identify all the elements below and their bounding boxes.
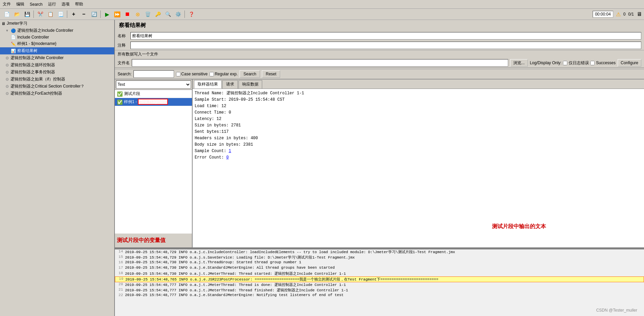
copy-button[interactable]: 📋 [46,10,55,19]
paste-button[interactable]: 📃 [56,10,65,19]
menu-help[interactable]: 帮助 [74,1,84,8]
tree-include-controller[interactable]: 📄 Include Controller [0,34,114,40]
menu-run[interactable]: 运行 [47,1,57,8]
comment-input[interactable] [130,42,641,49]
configure-button[interactable]: Configure [618,59,641,67]
stop-button[interactable]: ⏹ [123,10,132,19]
open-button[interactable]: 📂 [12,10,22,19]
section-label: 所有数据写入一个文件 [115,50,644,58]
cut-button[interactable]: ✂️ [35,10,45,19]
log-only-label: 仅日志错误 [569,60,589,66]
new-button[interactable]: 📄 [2,10,11,19]
remote-button[interactable]: ⚙️ [173,10,183,19]
tree-critical-controller[interactable]: ⚙ 逻辑控制器之Critical Section Controller？ [0,83,114,90]
panel-title: 察看结果树 [115,20,644,31]
regular-exp-label: Regular exp. [209,72,238,76]
detail-line-6: Sent bytes:117 [195,129,642,135]
remove-button[interactable]: − [79,10,89,19]
log-text-7: 2019-09-25 15:54:48,777 INFO o.a.j.t.JMe… [125,288,643,293]
sample-item-0[interactable]: ✅ 测试片段 [115,90,192,98]
browse-button[interactable]: 浏览... [510,59,528,67]
file-input[interactable] [132,59,508,67]
detail-link-10[interactable]: 0 [226,155,229,160]
log-text-2: 2019-09-25 15:54:48,730 INFO o.a.j.t.Thr… [125,260,643,264]
critical-label: 逻辑控制器之Critical Section Controller？ [10,83,84,89]
add-button[interactable]: + [69,10,78,19]
tab-request[interactable]: 请求 [222,80,238,89]
log-only-checkbox[interactable] [563,61,567,65]
tree-foreach-controller[interactable]: ⚙ 逻辑控制器之ForEach控制器 [0,90,114,97]
search-button[interactable]: Search [240,70,260,78]
sep3 [100,10,101,18]
tree-root-label: Jmeter学习 [7,21,27,26]
tree-sampler[interactable]: ✏️ 样例1 - ${modename} [0,40,114,47]
name-label: 名称 [118,33,128,39]
tree-root-icon: 🖥 [1,21,5,26]
log-line-6: 202019-09-25 15:54:48,777 INFO o.a.j.t.J… [115,282,644,288]
tree-include-controller-group[interactable]: ▼ 🔵 逻辑控制器之Include Controller [0,27,114,34]
detail-line-9: Sample Count: 1 [195,148,642,154]
shutdown-button[interactable]: ⊗ [133,10,142,19]
status-check-0: ✅ [117,91,123,97]
reset-button[interactable]: Reset [262,70,280,78]
tree-if-controller[interactable]: ⚙ 逻辑控制器之如果（if）控制器 [0,76,114,83]
search-button[interactable]: 🔍 [163,10,173,19]
menubar: 文件 编辑 Search 运行 选项 帮助 [0,0,644,9]
tab-response-data[interactable]: 响应数据 [239,80,262,89]
foreach-label: 逻辑控制器之ForEach控制器 [10,91,62,96]
tree-loop-controller[interactable]: ⚙ 逻辑控制器之循环控制器 [0,62,114,69]
tab-sampler-result[interactable]: 取样器结果 [194,80,222,89]
detail-link-9[interactable]: 1 [229,149,231,153]
sep2 [67,10,67,18]
menu-edit[interactable]: 编辑 [15,1,26,8]
tree-while-controller[interactable]: ⚙ 逻辑控制器之While Controller [0,54,114,62]
thread-count: 0/1 [628,12,634,17]
log-line-7: 212019-09-25 15:54:48,777 INFO o.a.j.t.J… [115,288,644,293]
detail-line-7: Headers size in bytes: 400 [195,135,642,141]
right-panel: 察看结果树 名称 注释 所有数据写入一个文件 文件名 浏览... Log/Dis… [115,20,644,316]
test-fragment-highlight: Test Fragment [138,99,168,105]
tree-result-tree[interactable]: 📊 察看结果树 [0,47,114,54]
detail-line-2: Load time: 12 [195,103,642,109]
tree-tx-controller[interactable]: ⚙ 逻辑控制器之事务控制器 [0,69,114,76]
name-input[interactable] [130,32,641,40]
successes-checkbox[interactable] [590,61,595,65]
sep4 [184,10,185,18]
regular-exp-checkbox[interactable] [209,72,214,76]
tree-include-controller-label: 逻辑控制器之Include Controller [17,28,73,33]
start-no-pause-button[interactable]: ⏩ [113,10,122,19]
sample-tree: ✅ 测试片段 ✅ 样例1 - Test Fragment [115,90,192,234]
log-text-6: 2019-09-25 15:54:48,777 INFO o.a.j.t.JMe… [125,282,643,287]
include-controller-label: Include Controller [17,35,49,40]
clear-all-button[interactable]: 🗑️ [143,10,152,19]
sampler-label: 样例1 - ${modename} [17,41,56,47]
type-select[interactable]: Text RegExp Tester CSS/JQuery Tester JSO… [116,80,191,89]
result-tree-icon: 📊 [11,49,16,53]
loop-icon: ⚙ [5,63,9,68]
watermark: CSDN @Tester_muller [596,308,637,313]
log-num-6: 20 [116,282,123,286]
sample-item-1[interactable]: ✅ 样例1 - Test Fragment [115,98,192,106]
tree-include-controller-icon: 🔵 [11,28,16,33]
search-input[interactable] [133,70,174,78]
function-helper-button[interactable]: 🔑 [153,10,163,19]
help-button[interactable]: ❓ [187,10,196,19]
case-sensitive-checkbox[interactable] [176,72,180,76]
while-icon: ⚙ [5,56,9,60]
critical-icon: ⚙ [5,84,9,89]
file-label: 文件名 [118,60,130,66]
menu-options[interactable]: 选项 [60,1,71,8]
search-row: Search: Case sensitive Regular exp. Sear… [115,69,644,79]
menu-file[interactable]: 文件 [1,1,12,8]
toolbar-right: 00:00:04 ⚠ 0 0/1 🖥 [593,11,642,18]
save-button[interactable]: 💾 [22,10,32,19]
include-controller-icon: 📄 [11,35,16,40]
log-line-8: 222019-09-25 15:54:48,777 INFO o.a.j.e.S… [115,293,644,298]
detail-line-5: Size in bytes: 2781 [195,122,642,128]
menu-search[interactable]: Search [28,1,44,7]
start-button[interactable]: ▶ [102,10,112,19]
detail-line-8: Body size in bytes: 2381 [195,142,642,148]
tree-root[interactable]: 🖥 Jmeter学习 [0,20,114,27]
variable-annotation: 测试片段中的变量值 [115,234,192,247]
clear-button[interactable]: 🔄 [89,10,99,19]
